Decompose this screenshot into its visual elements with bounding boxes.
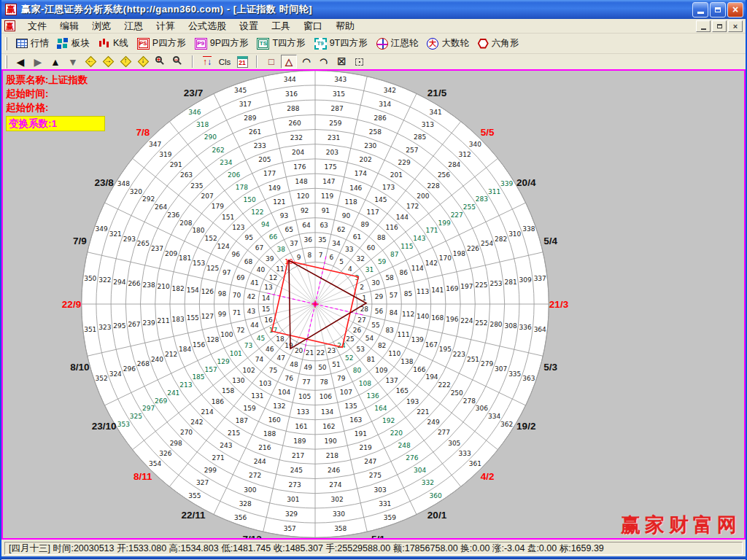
svg-text:98: 98	[218, 290, 227, 298]
svg-text:361: 361	[469, 460, 481, 467]
cls-button[interactable]: Cls	[217, 55, 233, 69]
menu-文件[interactable]: 文件	[21, 18, 53, 34]
menu-江恩[interactable]: 江恩	[117, 18, 150, 34]
step-up-button[interactable]: ▲	[47, 55, 63, 69]
menu-计算[interactable]: 计算	[150, 18, 182, 34]
svg-text:109: 109	[375, 367, 387, 374]
page-left-button[interactable]: ◀	[12, 55, 28, 69]
svg-text:112: 112	[402, 311, 414, 318]
toolbar-grip[interactable]	[5, 55, 7, 69]
板块-button[interactable]: 板块	[58, 37, 90, 50]
svg-text:290: 290	[204, 133, 217, 141]
quote-grid-icon	[16, 39, 28, 48]
江恩轮-button[interactable]: 江恩轮	[376, 37, 419, 50]
K线-button[interactable]: K线	[98, 37, 128, 50]
svg-text:64: 64	[302, 222, 311, 229]
svg-text:21: 21	[306, 349, 314, 357]
menu-帮助[interactable]: 帮助	[329, 18, 361, 34]
svg-text:272: 272	[249, 472, 261, 479]
svg-text:331: 331	[379, 500, 391, 508]
restore-button[interactable]	[710, 2, 726, 18]
svg-text:166: 166	[413, 366, 425, 373]
updown-adjust-button[interactable]: ↑↓	[199, 55, 215, 69]
draw-arc-left-button[interactable]: ◠	[298, 55, 314, 69]
svg-text:310: 310	[508, 230, 521, 238]
menu-公式选股[interactable]: 公式选股	[182, 18, 233, 34]
draw-xbox-icon: ☒	[337, 56, 346, 67]
page-right-button[interactable]: ▶	[30, 55, 46, 69]
svg-text:110: 110	[388, 350, 400, 357]
mdi-minimize-button[interactable]	[696, 20, 711, 32]
draw-marquee-button[interactable]	[351, 55, 367, 69]
svg-text:178: 178	[236, 184, 248, 191]
T四方形-button[interactable]: TST四方形	[257, 37, 305, 50]
svg-text:31: 31	[365, 266, 374, 273]
move-up-button[interactable]: ↑	[117, 55, 133, 69]
svg-text:42: 42	[247, 293, 255, 300]
menu-编辑[interactable]: 编辑	[53, 18, 85, 34]
P四方形-button[interactable]: PSP四方形	[137, 37, 186, 50]
window-controls: ×	[691, 2, 743, 18]
zoom-out-button[interactable]: −	[170, 55, 186, 69]
draw-triangle-icon: △	[285, 56, 293, 67]
svg-text:51: 51	[332, 361, 340, 368]
svg-text:287: 287	[331, 105, 344, 112]
mdi-restore-button[interactable]	[712, 20, 727, 32]
step-down-button[interactable]: ▼	[65, 55, 81, 69]
close-button[interactable]: ×	[727, 2, 743, 18]
svg-text:344: 344	[284, 76, 296, 83]
9P四方形-button[interactable]: P99P四方形	[195, 37, 249, 50]
svg-text:164: 164	[374, 405, 387, 412]
draw-triangle-button[interactable]: △	[281, 55, 297, 69]
svg-text:327: 327	[196, 479, 209, 486]
svg-text:176: 176	[293, 163, 306, 171]
draw-arc-right-button[interactable]: ◠	[316, 55, 332, 69]
app-window: 赢 赢家-江恩证券分析系统(http://gann360.com) - [上证指…	[0, 0, 747, 560]
svg-text:206: 206	[228, 171, 240, 179]
大数轮-button[interactable]: 大大数轮	[427, 37, 469, 50]
svg-text:213: 213	[179, 381, 192, 389]
solar-term-label: 7/9	[73, 236, 87, 246]
svg-text:151: 151	[222, 214, 234, 221]
calendar-button[interactable]: 21	[234, 55, 250, 69]
svg-text:188: 188	[263, 430, 276, 438]
svg-text:233: 233	[254, 142, 266, 149]
9T四方形-button[interactable]: T99T四方形	[314, 37, 368, 50]
svg-text:231: 231	[328, 134, 340, 141]
svg-text:204: 204	[292, 149, 304, 156]
svg-text:149: 149	[268, 184, 281, 192]
行情-button[interactable]: 行情	[16, 37, 49, 50]
menu-浏览[interactable]: 浏览	[85, 18, 117, 34]
六角形-button[interactable]: 六角形	[478, 37, 519, 50]
zoom-in-button[interactable]: +	[152, 55, 169, 69]
menu-bar: 赢 文件编辑浏览江恩计算公式选股设置工具窗口帮助 ×	[1, 19, 746, 34]
move-left-button[interactable]: ←	[82, 55, 98, 69]
move-right-button[interactable]: →	[100, 55, 116, 69]
svg-text:155: 155	[187, 314, 199, 322]
minimize-button[interactable]	[692, 2, 708, 18]
svg-text:102: 102	[243, 367, 255, 374]
draw-xbox-button[interactable]: ☒	[333, 55, 349, 69]
svg-text:135: 135	[344, 402, 357, 410]
svg-text:260: 260	[288, 120, 301, 127]
svg-text:163: 163	[349, 416, 362, 424]
svg-text:103: 103	[259, 380, 271, 387]
svg-text:104: 104	[278, 389, 290, 396]
move-down-button[interactable]: ↓	[135, 55, 151, 69]
menu-设置[interactable]: 设置	[233, 18, 265, 34]
toolbar-grip[interactable]	[5, 37, 7, 50]
svg-text:254: 254	[481, 240, 493, 247]
mdi-close-button[interactable]: ×	[728, 20, 743, 32]
menu-窗口[interactable]: 窗口	[297, 18, 329, 34]
solar-term-label: 8/11	[133, 471, 152, 482]
svg-text:34: 34	[332, 240, 341, 247]
svg-text:351: 351	[84, 326, 96, 333]
svg-text:162: 162	[322, 423, 335, 430]
svg-text:67: 67	[255, 244, 263, 252]
draw-square-button[interactable]: □	[263, 55, 279, 69]
solar-term-label: 21/3	[549, 299, 569, 310]
menu-工具[interactable]: 工具	[265, 18, 297, 34]
sector-blocks-icon	[58, 38, 69, 49]
solar-term-label: 22/11	[181, 510, 206, 521]
svg-text:190: 190	[325, 438, 337, 445]
